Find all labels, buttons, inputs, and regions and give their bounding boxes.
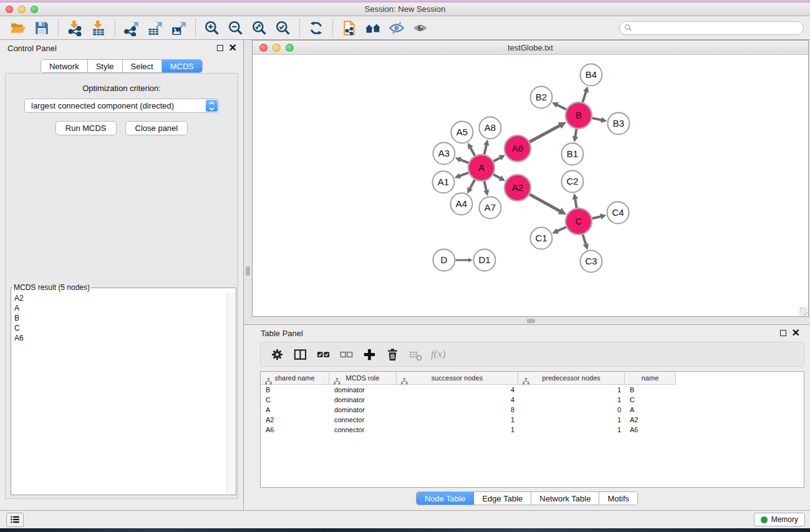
toolbar-separator [299, 19, 300, 37]
column-header-name[interactable]: name [625, 372, 676, 385]
search-input[interactable] [633, 22, 803, 34]
mcds-result-list: A2ABCA6 [12, 293, 226, 494]
export-image-button[interactable] [167, 17, 191, 39]
memory-button[interactable]: Memory [754, 513, 805, 526]
edge-C-C3[interactable] [583, 235, 586, 244]
tab-motifs[interactable]: Motifs [599, 492, 637, 505]
column-header-MCDS-role[interactable]: MCDS role [329, 372, 397, 385]
import-network-button[interactable] [63, 17, 87, 39]
new-network-from-selection-button[interactable] [337, 17, 361, 39]
edge-A-A8[interactable] [485, 145, 486, 154]
edge-A2-C[interactable] [529, 195, 560, 211]
delete-table-button[interactable] [404, 344, 427, 364]
tab-network-table[interactable]: Network Table [531, 492, 599, 505]
edge-C-C1[interactable] [557, 227, 566, 231]
zoom-out-button[interactable] [224, 17, 248, 39]
result-scrollbar[interactable] [226, 293, 235, 494]
edge-B-B1[interactable] [575, 129, 576, 137]
show-columns-button[interactable] [289, 344, 312, 364]
search-field[interactable] [619, 21, 804, 35]
select-stepper-icon [206, 100, 218, 112]
float-table-panel-icon[interactable] [780, 330, 786, 336]
main-toolbar [0, 16, 810, 40]
edge-C-C2[interactable] [575, 199, 576, 208]
column-header-shared-name[interactable]: shared name [261, 372, 329, 385]
close-table-panel-icon[interactable]: ✕ [792, 330, 800, 336]
edge-A-A7[interactable] [485, 181, 486, 190]
toolbar-separator [58, 19, 59, 37]
network-canvas[interactable]: B4B2BB3A8A5A6A3B1AA1C2A2A4A7C4CC1C3DD1 [253, 55, 808, 316]
window-resize-grip[interactable] [799, 307, 808, 316]
table-cell: A6 [625, 426, 676, 433]
edge-A-A1[interactable] [460, 173, 468, 176]
export-table-button[interactable] [143, 17, 167, 39]
node-label-C4: C4 [612, 207, 624, 218]
edge-B-B4[interactable] [582, 92, 586, 102]
tab-select[interactable]: Select [123, 60, 162, 72]
edge-A-A5[interactable] [470, 148, 475, 156]
tab-network[interactable]: Network [41, 60, 88, 72]
tab-style[interactable]: Style [88, 60, 123, 72]
delete-row-button[interactable] [381, 344, 404, 364]
optimization-select[interactable]: largest connected component (directed) [24, 99, 219, 113]
import-table-button[interactable] [87, 17, 110, 39]
horizontal-scrollbar-thumb[interactable] [527, 319, 535, 323]
table-row[interactable]: A2connector11A2 [261, 415, 804, 425]
close-panel-button[interactable]: Close panel [125, 121, 188, 135]
edge-A6-B[interactable] [529, 125, 560, 142]
node-label-C: C [576, 216, 582, 226]
optimization-criterion-label: Optimization criterion: [6, 84, 238, 93]
node-label-C3: C3 [585, 256, 597, 266]
column-header-successor-nodes[interactable]: successor nodes [397, 372, 518, 385]
table-toolbar: f(x) [260, 342, 804, 367]
node-label-B: B [576, 110, 582, 120]
zoom-fit-icon [251, 20, 268, 36]
edge-B-B2[interactable] [557, 105, 566, 109]
table-row[interactable]: Cdominator41C [261, 395, 804, 405]
tab-edge-table[interactable]: Edge Table [474, 492, 531, 505]
first-neighbors-button[interactable] [361, 17, 385, 39]
vertical-scrollbar-thumb[interactable] [246, 266, 250, 276]
edge-C-C4[interactable] [592, 216, 600, 218]
table-row[interactable]: Bdominator41B [261, 385, 804, 395]
zoom-in-button[interactable] [200, 17, 224, 39]
edge-A-A2[interactable] [493, 175, 500, 178]
save-session-button[interactable] [30, 17, 54, 39]
table-settings-button[interactable] [266, 344, 289, 364]
node-label-B1: B1 [567, 148, 578, 159]
add-row-button[interactable] [358, 344, 381, 364]
task-history-button[interactable] [6, 513, 24, 527]
open-file-button[interactable] [6, 17, 30, 39]
table-row[interactable]: A6connector11A6 [261, 425, 804, 435]
function-builder-button[interactable]: f(x) [431, 348, 446, 360]
edge-A-A6[interactable] [493, 158, 500, 162]
close-panel-icon[interactable]: ✕ [229, 45, 237, 51]
float-panel-icon[interactable] [217, 45, 223, 51]
edge-A-A3[interactable] [460, 160, 468, 163]
tab-node-table[interactable]: Node Table [417, 492, 475, 505]
hide-selected-button[interactable] [385, 17, 408, 39]
result-list-item[interactable]: C [12, 323, 226, 333]
run-mcds-button[interactable]: Run MCDS [55, 121, 117, 135]
network-window-titlebar[interactable]: testGlobe.txt [253, 41, 808, 55]
result-list-item[interactable]: A2 [12, 293, 226, 303]
zoom-selected-button[interactable] [271, 17, 295, 39]
select-all-rows-button[interactable] [312, 344, 335, 364]
node-label-A6: A6 [512, 143, 523, 153]
table-cell: connector [329, 426, 397, 433]
edge-B-B3[interactable] [592, 118, 602, 120]
zoom-fit-button[interactable] [248, 17, 271, 39]
result-list-item[interactable]: A6 [12, 333, 226, 343]
table-row[interactable]: Adominator80A [261, 405, 804, 415]
result-list-item[interactable]: B [12, 313, 226, 323]
tab-mcds[interactable]: MCDS [162, 60, 202, 72]
refresh-view-button[interactable] [304, 17, 328, 39]
export-network-button[interactable] [120, 17, 143, 39]
show-all-button[interactable] [408, 17, 432, 39]
table-cell: 4 [397, 386, 518, 394]
edge-A-A4[interactable] [470, 180, 475, 188]
column-header-predecessor-nodes[interactable]: predecessor nodes [518, 372, 625, 385]
result-list-item[interactable]: A [12, 303, 226, 313]
table-cell: A6 [261, 426, 329, 433]
deselect-all-rows-button[interactable] [335, 344, 358, 364]
